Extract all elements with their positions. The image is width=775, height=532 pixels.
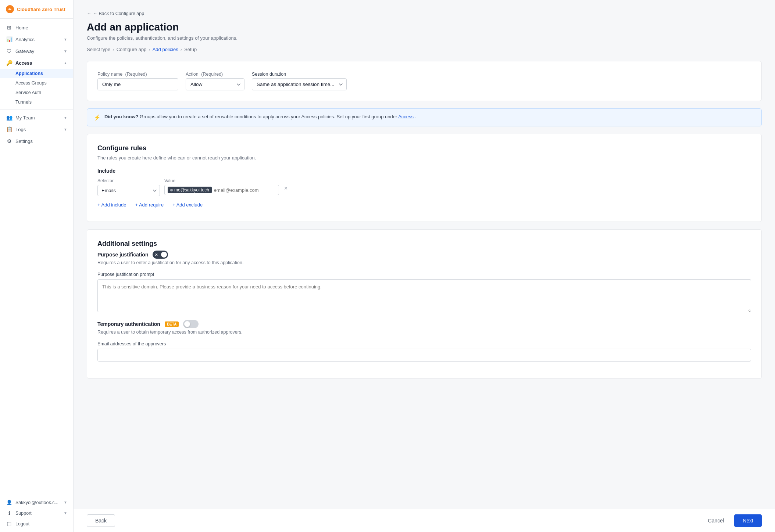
sidebar-item-logout[interactable]: ⬚ Logout: [0, 518, 73, 529]
email-tag: me@sakkyoi.tech: [168, 187, 212, 193]
chevron-up-icon: ▲: [64, 61, 67, 65]
add-require-link[interactable]: + Add require: [135, 202, 164, 208]
purpose-prompt-row: Purpose justification prompt: [97, 272, 751, 313]
sidebar-item-service-auth[interactable]: Service Auth: [0, 88, 73, 97]
action-select[interactable]: Allow Block Bypass Service Auth: [186, 78, 244, 90]
info-lightning-icon: ⚡: [94, 114, 101, 121]
breadcrumb-sep-1: ›: [113, 47, 114, 52]
approvers-input[interactable]: [97, 349, 751, 362]
sidebar-bottom: 👤 Sakkyoi@outlook.c... ▼ ℹ Support ▼ ⬚ L…: [0, 494, 73, 532]
breadcrumb-sep-2: ›: [149, 47, 150, 52]
main-content: ← ← Back to Configure app Add an applica…: [74, 0, 775, 532]
purpose-justification-desc: Requires a user to enter a justification…: [97, 260, 751, 265]
back-to-configure-link[interactable]: ← ← Back to Configure app: [87, 11, 144, 16]
configure-rules-desc: The rules you create here define who can…: [97, 155, 751, 161]
approvers-row: Email addresses of the approvers: [97, 341, 751, 362]
sidebar-item-analytics[interactable]: 📊 Analytics ▼: [0, 33, 73, 45]
breadcrumb-setup: Setup: [184, 47, 197, 52]
temp-auth-desc: Requires a user to obtain temporary acce…: [97, 330, 751, 335]
sidebar-support-label: Support: [15, 511, 32, 516]
logs-icon: 📋: [6, 126, 12, 132]
additional-settings-card: Additional settings Purpose justificatio…: [87, 229, 762, 379]
logout-icon: ⬚: [6, 521, 12, 526]
temp-auth-header: Temporary authentication BETA: [97, 320, 751, 328]
sidebar-item-settings-label: Settings: [15, 139, 33, 144]
info-banner-text: Did you know? Groups allow you to create…: [104, 114, 416, 119]
sidebar-item-settings[interactable]: ⚙ Settings: [0, 135, 73, 147]
sidebar-item-logs-label: Logs: [15, 127, 26, 132]
sidebar-item-my-team-label: My Team: [15, 115, 35, 121]
bottom-bar: Back Cancel Next: [74, 509, 775, 532]
sidebar-item-my-team[interactable]: 👥 My Team ▼: [0, 112, 73, 123]
chevron-down-icon: ▼: [64, 49, 67, 53]
selector-row: Selector Emails Email Domains Country Ev…: [97, 178, 751, 196]
info-banner-link[interactable]: Access: [398, 114, 414, 119]
access-icon: 🔑: [6, 60, 12, 66]
policy-fields: Policy name (Required) Action (Required)…: [97, 72, 751, 90]
sidebar-item-gateway[interactable]: 🛡 Gateway ▼: [0, 45, 73, 57]
selector-select[interactable]: Emails Email Domains Country Everyone IP…: [97, 185, 160, 196]
sidebar-item-home[interactable]: ⊞ Home: [0, 22, 73, 33]
page-title: Add an application: [87, 21, 762, 33]
action-group: Action (Required) Allow Block Bypass Ser…: [186, 72, 244, 90]
breadcrumb-sep-3: ›: [181, 47, 182, 52]
sidebar-item-access-label: Access: [15, 60, 32, 66]
team-icon: 👥: [6, 115, 12, 121]
sidebar-item-user[interactable]: 👤 Sakkyoi@outlook.c... ▼: [0, 497, 73, 508]
session-duration-select[interactable]: Same as application session time... 30 m…: [252, 78, 347, 90]
chevron-down-icon: ▼: [64, 116, 67, 120]
email-tag-text: me@sakkyoi.tech: [174, 187, 209, 193]
email-input[interactable]: [214, 187, 276, 193]
add-exclude-link[interactable]: + Add exclude: [172, 202, 203, 208]
cloudflare-logo-icon: [6, 5, 14, 13]
value-col: Value me@sakkyoi.tech: [164, 178, 279, 195]
info-banner: ⚡ Did you know? Groups allow you to crea…: [87, 108, 762, 126]
breadcrumb-select-type: Select type: [87, 47, 110, 52]
policy-name-input[interactable]: [97, 78, 178, 90]
selector-col: Selector Emails Email Domains Country Ev…: [97, 178, 160, 196]
sidebar-item-access-groups[interactable]: Access Groups: [0, 78, 73, 88]
purpose-justification-toggle[interactable]: ✕: [153, 251, 168, 259]
purpose-justification-header: Purpose justification ✕: [97, 251, 751, 259]
sidebar-logo: Cloudflare Zero Trust: [0, 0, 73, 19]
purpose-prompt-label: Purpose justification prompt: [97, 272, 751, 277]
sidebar-item-tunnels[interactable]: Tunnels: [0, 97, 73, 107]
add-include-link[interactable]: + Add include: [97, 202, 126, 208]
sidebar-item-support[interactable]: ℹ Support ▼: [0, 508, 73, 518]
sidebar-item-gateway-label: Gateway: [15, 48, 34, 54]
session-duration-label: Session duration: [252, 72, 347, 77]
beta-badge: BETA: [165, 321, 179, 327]
sidebar-item-access[interactable]: 🔑 Access ▲: [0, 57, 73, 69]
cancel-button[interactable]: Cancel: [702, 515, 730, 526]
purpose-justification-row: Purpose justification ✕ Requires a user …: [97, 251, 751, 265]
sidebar-item-analytics-label: Analytics: [15, 37, 35, 42]
temp-auth-row: Temporary authentication BETA Requires a…: [97, 320, 751, 335]
user-icon: 👤: [6, 500, 12, 505]
breadcrumb-add-policies: Add policies: [153, 47, 178, 52]
sidebar-item-logs[interactable]: 📋 Logs ▼: [0, 123, 73, 135]
toggle-knob: [161, 252, 167, 258]
access-subnav: Applications Access Groups Service Auth …: [0, 69, 73, 107]
additional-settings-title: Additional settings: [97, 240, 751, 248]
page-subtitle: Configure the policies, authentication, …: [87, 35, 762, 41]
toggle-knob: [184, 321, 190, 327]
logo-text: Cloudflare Zero Trust: [17, 7, 65, 12]
configure-rules-card: Configure rules The rules you create her…: [87, 134, 762, 222]
sidebar-item-applications[interactable]: Applications: [0, 69, 73, 78]
toggle-x-icon: ✕: [155, 253, 158, 257]
policy-name-group: Policy name (Required): [97, 72, 178, 90]
back-arrow-icon: ←: [87, 11, 92, 16]
purpose-prompt-textarea[interactable]: [97, 279, 751, 312]
chevron-down-icon: ▼: [64, 500, 67, 504]
temp-auth-toggle[interactable]: [183, 320, 199, 328]
settings-icon: ⚙: [6, 138, 12, 144]
sidebar-logout-label: Logout: [15, 521, 29, 526]
back-button[interactable]: Back: [87, 514, 115, 527]
sidebar-navigation: ⊞ Home 📊 Analytics ▼ 🛡 Gateway ▼ 🔑 Acces…: [0, 19, 73, 494]
sidebar-username: Sakkyoi@outlook.c...: [15, 500, 58, 505]
chevron-down-icon: ▼: [64, 511, 67, 515]
sidebar-item-home-label: Home: [15, 25, 28, 30]
next-button[interactable]: Next: [734, 514, 762, 527]
bottom-right: Cancel Next: [702, 514, 762, 527]
remove-row-button[interactable]: ×: [283, 186, 288, 191]
